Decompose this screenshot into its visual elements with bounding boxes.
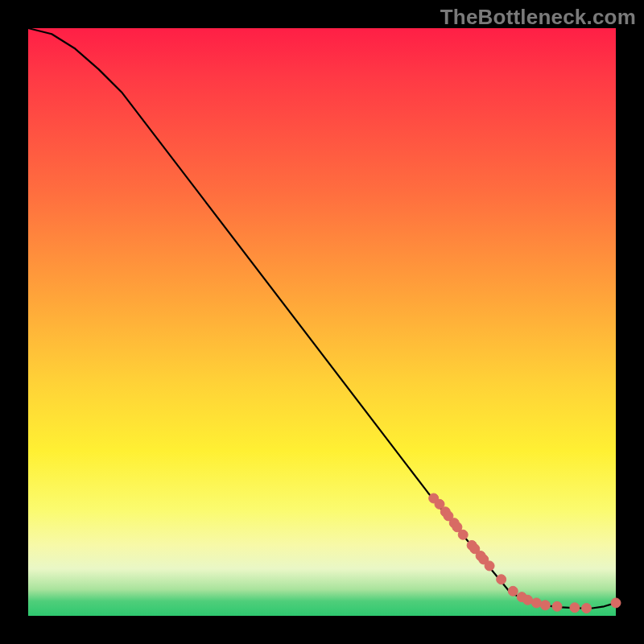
highlighted-points-group [429,493,621,613]
data-point [485,561,494,571]
data-point [540,601,550,610]
watermark-text: TheBottleneck.com [440,5,636,30]
data-point [497,575,506,584]
data-point [523,595,533,605]
data-point [508,586,518,596]
chart-overlay [28,28,616,616]
data-point [582,604,592,613]
plot-area [28,28,616,616]
data-point [552,601,562,611]
data-point [611,598,621,608]
data-point [531,598,541,608]
bottleneck-curve [28,28,616,609]
data-point [570,603,580,613]
data-point [458,530,468,539]
chart-frame: TheBottleneck.com [0,0,644,644]
